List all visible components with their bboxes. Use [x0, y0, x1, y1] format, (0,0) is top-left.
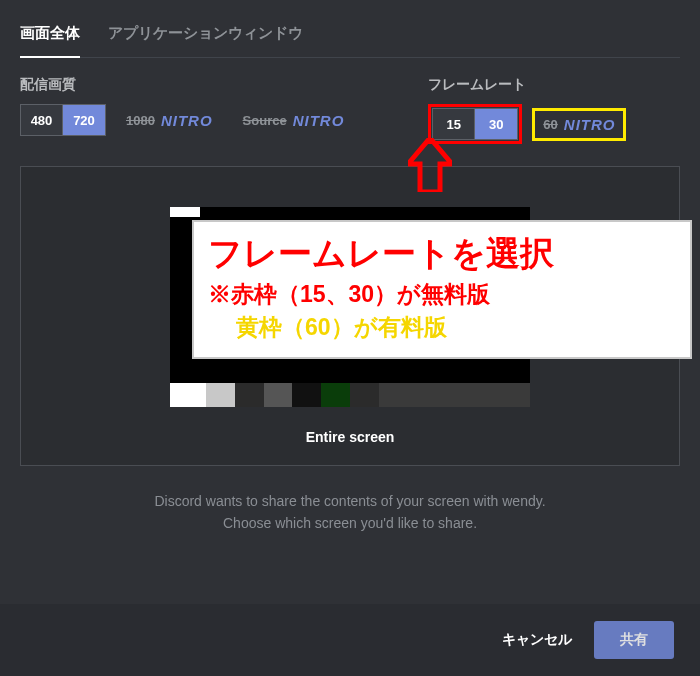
quality-1080-nitro[interactable]: 1080 NITRO — [116, 106, 223, 135]
callout-line-2: ※赤枠（15、30）が無料版 — [208, 279, 676, 310]
framerate-30-button[interactable]: 30 — [475, 109, 517, 139]
framerate-15-button[interactable]: 15 — [433, 109, 475, 139]
framerate-group: フレームレート 15 30 60 NITRO — [428, 76, 626, 144]
quality-group: 配信画質 480 720 1080 NITRO Source NITRO — [20, 76, 354, 144]
thumb-decor — [170, 207, 200, 217]
quality-segment: 480 720 — [20, 104, 106, 136]
annotation-arrow-icon — [408, 138, 452, 192]
framerate-60-nitro[interactable]: 60 NITRO — [539, 114, 619, 135]
nitro-icon: NITRO — [564, 116, 616, 133]
nitro-icon: NITRO — [293, 112, 345, 129]
quality-1080-label: 1080 — [126, 113, 155, 128]
footer: キャンセル 共有 — [0, 604, 700, 676]
share-button[interactable]: 共有 — [594, 621, 674, 659]
tab-app-window[interactable]: アプリケーションウィンドウ — [108, 18, 303, 57]
callout-line-1: フレームレートを選択 — [208, 232, 676, 275]
framerate-label: フレームレート — [428, 76, 626, 94]
preview-label: Entire screen — [306, 429, 395, 445]
tab-entire-screen[interactable]: 画面全体 — [20, 18, 80, 57]
framerate-segment: 15 30 — [432, 108, 518, 140]
nitro-icon: NITRO — [161, 112, 213, 129]
quality-source-label: Source — [243, 113, 287, 128]
framerate-60-label: 60 — [543, 117, 557, 132]
quality-source-nitro[interactable]: Source NITRO — [233, 106, 355, 135]
annotation-callout: フレームレートを選択 ※赤枠（15、30）が無料版 黄枠（60）が有料版 — [192, 220, 692, 359]
cancel-button[interactable]: キャンセル — [502, 631, 572, 649]
info-line-1: Discord wants to share the contents of y… — [20, 490, 680, 512]
taskbar-decor — [170, 383, 530, 407]
quality-480-button[interactable]: 480 — [21, 105, 63, 135]
callout-line-3: 黄枠（60）が有料版 — [208, 312, 676, 343]
info-line-2: Choose which screen you'd like to share. — [20, 512, 680, 534]
annotation-yellow-box: 60 NITRO — [532, 108, 626, 141]
source-tabs: 画面全体 アプリケーションウィンドウ — [20, 18, 680, 58]
info-text: Discord wants to share the contents of y… — [20, 490, 680, 535]
quality-label: 配信画質 — [20, 76, 354, 94]
quality-720-button[interactable]: 720 — [63, 105, 105, 135]
